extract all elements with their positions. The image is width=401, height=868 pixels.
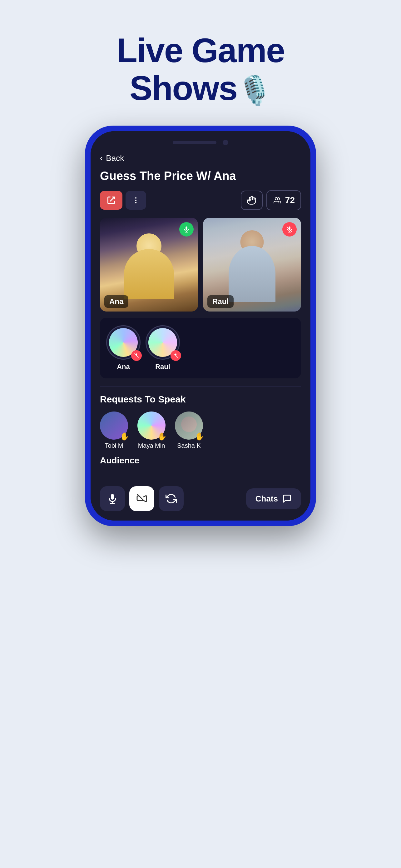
show-title: Guess The Price W/ Ana — [100, 169, 301, 183]
chats-button[interactable]: Chats — [246, 488, 301, 509]
requests-title: Requests To Speak — [100, 394, 301, 405]
requests-section: Requests To Speak ✋ Tobi M — [100, 394, 301, 449]
phone-notch — [91, 131, 310, 150]
divider — [100, 386, 301, 386]
controls-row: 72 — [100, 190, 301, 210]
bottom-controls: Chats — [91, 480, 310, 521]
notch-bar — [173, 141, 216, 144]
flip-camera-button[interactable] — [159, 486, 183, 511]
maya-name: Maya Min — [138, 442, 165, 449]
maya-hand-emoji: ✋ — [157, 432, 167, 441]
sasha-hand-emoji: ✋ — [195, 432, 204, 441]
notch-dot — [223, 140, 228, 145]
requests-row: ✋ Tobi M ✋ Maya Min — [100, 411, 301, 449]
back-chevron-icon: ‹ — [100, 153, 103, 163]
mic-emoji: 🎙️ — [237, 75, 271, 106]
audience-count-button[interactable]: 72 — [266, 190, 301, 210]
sasha-name: Sasha K — [177, 442, 201, 449]
request-item-sasha: ✋ Sasha K — [175, 411, 203, 449]
controls-right: 72 — [241, 190, 301, 210]
video-section: Ana — [100, 218, 301, 312]
raul-mic-badge — [282, 222, 297, 237]
tobi-avatar: ✋ — [100, 411, 128, 440]
raul-avatar-name: Raul — [155, 363, 170, 371]
maya-avatar: ✋ — [137, 411, 166, 440]
svg-point-0 — [135, 197, 136, 198]
ana-mic-badge — [179, 222, 194, 237]
audio-avatar-ana: Ana — [106, 325, 140, 371]
mic-button[interactable] — [100, 486, 125, 511]
request-item-maya: ✋ Maya Min — [137, 411, 166, 449]
more-options-button[interactable] — [126, 191, 146, 210]
phone-frame: ‹ Back Guess The Price W/ Ana — [85, 126, 316, 526]
audio-avatars-section: Ana Raul — [100, 318, 301, 378]
ana-label: Ana — [104, 295, 128, 308]
camera-off-button[interactable] — [129, 486, 154, 511]
video-panel-raul: Raul — [203, 218, 301, 312]
raise-hand-button[interactable] — [241, 191, 263, 210]
audio-avatar-raul: Raul — [145, 325, 180, 371]
request-item-tobi: ✋ Tobi M — [100, 411, 128, 449]
page-title: Live Game Shows🎙️ — [25, 31, 376, 107]
share-button[interactable] — [100, 191, 123, 210]
raul-label: Raul — [207, 295, 234, 308]
ana-audio-mic-status — [131, 350, 142, 361]
svg-point-2 — [135, 202, 136, 203]
back-label: Back — [106, 153, 124, 163]
tobi-name: Tobi M — [105, 442, 123, 449]
back-nav[interactable]: ‹ Back — [100, 153, 301, 163]
media-controls-group — [100, 486, 183, 511]
ana-avatar-name: Ana — [117, 363, 130, 371]
audience-count: 72 — [285, 195, 295, 205]
svg-point-3 — [275, 197, 278, 200]
header-section: Live Game Shows🎙️ — [0, 0, 401, 126]
chat-icon — [282, 494, 292, 503]
audience-label: Audience — [100, 456, 301, 466]
video-panel-ana: Ana — [100, 218, 198, 312]
sasha-avatar: ✋ — [175, 411, 203, 440]
raul-audio-mic-status — [170, 350, 181, 361]
tobi-hand-emoji: ✋ — [120, 432, 129, 441]
svg-point-1 — [135, 200, 136, 201]
controls-left — [100, 191, 146, 210]
chats-label: Chats — [256, 494, 278, 504]
